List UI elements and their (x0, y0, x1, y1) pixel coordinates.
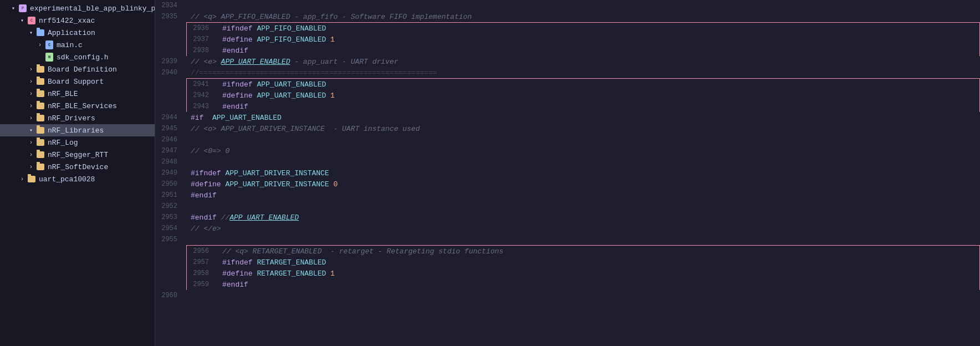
sidebar-item-sdk-config[interactable]: H sdk_config.h (0, 51, 155, 63)
code-line-2940: 2940 //=================================… (155, 67, 980, 78)
board-sup-label: Board Support (48, 78, 104, 86)
line-content-2954: // </e> (186, 225, 980, 233)
line-content-2939: // <e> APP_UART_ENABLED - app_uart - UAR… (186, 58, 980, 66)
line-num-2955: 2955 (155, 236, 186, 243)
line-num-2956: 2956 (187, 247, 218, 255)
sidebar-item-uart-pca10028[interactable]: uart_pca10028 (0, 173, 155, 185)
chip-arrow (18, 17, 27, 24)
line-num-2938: 2938 (187, 47, 218, 54)
nrf-ble-arrow (27, 91, 35, 97)
project-label: experimental_ble_app_blinky_pca10028_s13… (30, 4, 155, 13)
project-icon: P (18, 4, 28, 12)
sidebar-item-nrf-libraries[interactable]: nRF_Libraries (0, 124, 155, 136)
line-num-2959: 2959 (187, 281, 218, 288)
line-num-2957: 2957 (187, 258, 218, 266)
project-root[interactable]: P experimental_ble_app_blinky_pca10028_s… (0, 2, 155, 14)
line-content-2951: #endif (186, 191, 980, 200)
nrf-libs-icon (35, 127, 45, 134)
line-num-2943: 2943 (187, 103, 218, 110)
main-c-icon: C (44, 40, 54, 49)
board-def-icon (35, 66, 45, 73)
line-num-2936: 2936 (187, 24, 218, 32)
code-line-2953: 2953 #endif //APP_UART_ENABLED (155, 212, 980, 223)
line-num-2939: 2939 (155, 58, 186, 65)
line-num-2937: 2937 (187, 35, 218, 43)
code-line-2941: 2941 #ifndef APP_UART_ENABLED (187, 79, 979, 90)
sidebar-item-nrf-drivers[interactable]: nRF_Drivers (0, 112, 155, 124)
chip-icon: C (27, 17, 37, 24)
nrf-log-arrow (27, 140, 35, 146)
line-num-2950: 2950 (155, 180, 186, 188)
code-line-2952: 2952 (155, 201, 980, 212)
nrf-ble-svc-label: nRF_BLE_Services (48, 102, 117, 110)
line-num-2935: 2935 (155, 13, 186, 21)
code-line-2938: 2938 #endif (187, 45, 979, 56)
main-c-label: main.c (57, 41, 83, 49)
line-content-2947: // <0=> 0 (186, 147, 980, 155)
line-num-2954: 2954 (155, 225, 186, 232)
code-editor: 2934 2935 // <q> APP_FIFO_ENABLED - app_… (155, 0, 980, 346)
line-content-2935: // <q> APP_FIFO_ENABLED - app_fifo - Sof… (186, 13, 980, 21)
sidebar-item-nrf-segger[interactable]: nRF_Segger_RTT (0, 149, 155, 161)
code-line-2950: 2950 #define APP_UART_DRIVER_INSTANCE 0 (155, 179, 980, 190)
code-line-2947: 2947 // <0=> 0 (155, 145, 980, 156)
sidebar-item-nrf-softdevice[interactable]: nRF_SoftDevice (0, 161, 155, 173)
code-line-2943: 2943 #endif (187, 101, 979, 112)
nrf-libs-label: nRF_Libraries (48, 126, 104, 135)
sdk-config-label: sdk_config.h (57, 53, 109, 62)
nrf-log-icon (35, 139, 45, 146)
nrf-log-label: nRF_Log (48, 139, 78, 147)
code-line-2958: 2958 #define RETARGET_ENABLED 1 (187, 268, 979, 279)
line-num-2951: 2951 (155, 191, 186, 199)
nrf-softdev-label: nRF_SoftDevice (48, 163, 108, 171)
line-num-2946: 2946 (155, 136, 186, 144)
line-num-2941: 2941 (187, 80, 218, 88)
code-line-2956: 2956 // <q> RETARGET_ENABLED - retarget … (187, 246, 979, 257)
code-line-2955: 2955 (155, 234, 980, 245)
code-line-2959: 2959 #endif (187, 279, 979, 290)
code-line-2935: 2935 // <q> APP_FIFO_ENABLED - app_fifo … (155, 11, 980, 22)
line-num-2942: 2942 (187, 91, 218, 99)
code-content: 2934 2935 // <q> APP_FIFO_ENABLED - app_… (155, 0, 980, 301)
file-explorer: P experimental_ble_app_blinky_pca10028_s… (0, 0, 155, 346)
line-num-2934: 2934 (155, 2, 186, 9)
sidebar-item-nrf-ble[interactable]: nRF_BLE (0, 88, 155, 100)
line-num-2949: 2949 (155, 169, 186, 177)
sidebar-item-nrf-ble-services[interactable]: nRF_BLE_Services (0, 100, 155, 112)
line-content-2958: #define RETARGET_ENABLED 1 (218, 269, 979, 278)
sidebar-item-board-definition[interactable]: Board Definition (0, 63, 155, 75)
line-num-2944: 2944 (155, 114, 186, 121)
code-line-2960: 2960 (155, 290, 980, 301)
line-num-2960: 2960 (155, 292, 186, 299)
nrf-ble-icon (35, 90, 45, 97)
board-def-arrow (27, 67, 35, 73)
code-line-2946: 2946 (155, 134, 980, 145)
sidebar-item-application[interactable]: Application (0, 27, 155, 39)
code-line-2937: 2937 #define APP_FIFO_ENABLED 1 (187, 34, 979, 45)
nrf-softdev-arrow (27, 164, 35, 170)
project-arrow (9, 5, 18, 12)
line-content-2957: #ifndef RETARGET_ENABLED (218, 258, 979, 267)
sidebar-item-nrf-log[interactable]: nRF_Log (0, 136, 155, 149)
application-folder-icon (35, 29, 45, 36)
line-content-2959: #endif (218, 281, 979, 289)
line-content-2937: #define APP_FIFO_ENABLED 1 (218, 35, 979, 44)
chip-item[interactable]: C nrf51422_xxac (0, 14, 155, 27)
code-line-2948: 2948 (155, 156, 980, 167)
sidebar-item-board-support[interactable]: Board Support (0, 75, 155, 88)
line-content-2936: #ifndef APP_FIFO_ENABLED (218, 24, 979, 33)
line-num-2948: 2948 (155, 158, 186, 166)
nrf-segger-icon (35, 151, 45, 158)
line-content-2940: //======================================… (186, 69, 980, 77)
line-num-2947: 2947 (155, 147, 186, 155)
code-line-2945: 2945 // <o> APP_UART_DRIVER_INSTANCE - U… (155, 123, 980, 134)
nrf-drivers-arrow (27, 115, 35, 121)
nrf-ble-label: nRF_BLE (48, 90, 78, 98)
sidebar-item-main-c[interactable]: C main.c (0, 39, 155, 51)
board-def-label: Board Definition (48, 65, 117, 74)
line-content-2942: #define APP_UART_ENABLED 1 (218, 91, 979, 100)
line-num-2958: 2958 (187, 269, 218, 277)
board-sup-arrow (27, 79, 35, 85)
line-content-2938: #endif (218, 47, 979, 55)
code-line-2936: 2936 #ifndef APP_FIFO_ENABLED (187, 23, 979, 34)
